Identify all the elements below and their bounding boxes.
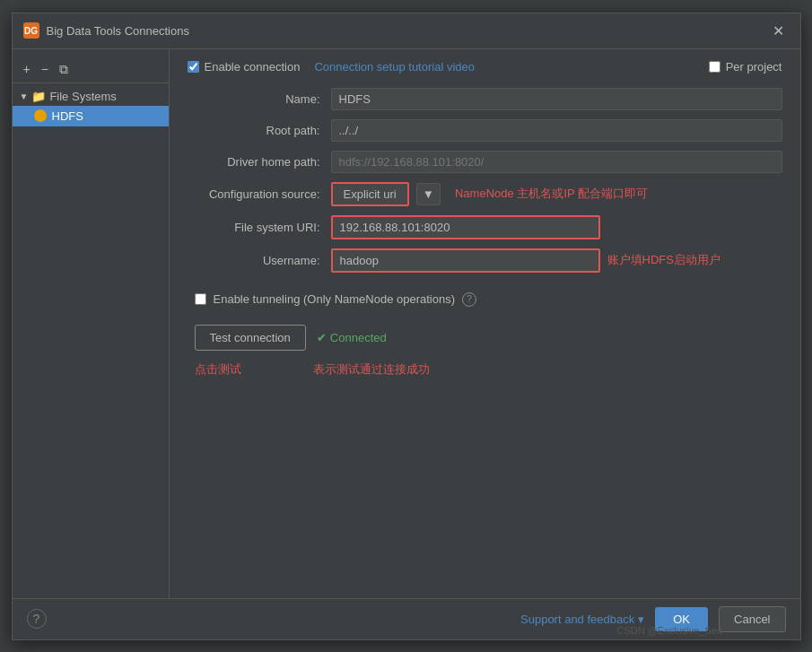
- namenode-annotation: NameNode 主机名或IP 配合端口即可: [455, 186, 648, 202]
- click-annotation: 点击测试: [195, 361, 241, 378]
- connected-status: ✔ Connected: [317, 331, 387, 344]
- title-bar: DG Big Data Tools Connections ✕: [13, 13, 800, 49]
- connection-header: Enable connection Connection setup tutor…: [188, 60, 782, 74]
- result-annotation: 表示测试通过连接成功: [313, 361, 430, 378]
- app-icon: DG: [23, 22, 39, 39]
- tutorial-video-link[interactable]: Connection setup tutorial video: [314, 60, 475, 74]
- add-connection-button[interactable]: +: [20, 60, 34, 78]
- name-row: Name:: [188, 88, 782, 110]
- per-project-checkbox[interactable]: [709, 61, 720, 73]
- root-path-label: Root path:: [188, 124, 331, 137]
- enable-connection-checkbox-label[interactable]: Enable connection: [188, 60, 301, 74]
- config-select-wrapper: Explicit uri ▼ NameNode 主机名或IP 配合端口即可: [331, 182, 648, 206]
- per-project-checkbox-label[interactable]: Per project: [709, 60, 782, 74]
- config-source-label: Configuration source:: [188, 187, 331, 201]
- sidebar-toolbar: + − ⧉: [13, 57, 169, 83]
- hdfs-label: HDFS: [52, 109, 83, 123]
- tunneling-row: Enable tunneling (Only NameNode operatio…: [188, 292, 782, 307]
- root-path-input[interactable]: [331, 119, 782, 142]
- enable-connection-checkbox[interactable]: [188, 61, 199, 73]
- connected-label: Connected: [330, 331, 387, 344]
- dialog-title: Big Data Tools Connections: [47, 24, 189, 38]
- username-annotation-wrapper: 账户填HDFS启动用户: [331, 248, 720, 273]
- test-connection-button[interactable]: Test connection: [195, 325, 306, 351]
- hdfs-item[interactable]: HDFS: [13, 106, 169, 126]
- main-dialog: DG Big Data Tools Connections ✕ + − ⧉ ▼ …: [12, 13, 801, 640]
- config-source-row: Configuration source: Explicit uri ▼ Nam…: [188, 182, 782, 206]
- title-bar-left: DG Big Data Tools Connections: [23, 22, 189, 39]
- help-button[interactable]: ?: [27, 609, 47, 629]
- annotation-row: 点击测试 表示测试通过连接成功: [188, 361, 782, 378]
- username-label: Username:: [188, 254, 331, 267]
- sidebar: + − ⧉ ▼ 📁 File Systems HDFS: [13, 49, 170, 598]
- name-label: Name:: [188, 92, 331, 106]
- copy-connection-button[interactable]: ⧉: [56, 60, 72, 79]
- root-path-row: Root path:: [188, 119, 782, 142]
- main-content: + − ⧉ ▼ 📁 File Systems HDFS Enable conne…: [13, 49, 800, 598]
- checkmark-icon: ✔: [317, 331, 327, 344]
- tunneling-checkbox[interactable]: [195, 293, 206, 305]
- file-system-uri-label: File system URI:: [188, 221, 331, 234]
- tunneling-label: Enable tunneling (Only NameNode operatio…: [214, 292, 456, 306]
- file-system-uri-input[interactable]: [331, 215, 600, 239]
- remove-connection-button[interactable]: −: [38, 60, 52, 78]
- config-dropdown-arrow-button[interactable]: ▼: [416, 183, 441, 205]
- support-feedback-link[interactable]: Support and feedback ▾: [520, 613, 644, 626]
- username-annotation: 账户填HDFS启动用户: [607, 252, 720, 268]
- file-systems-group[interactable]: ▼ 📁 File Systems: [13, 87, 169, 106]
- driver-home-row: Driver home path:: [188, 151, 782, 173]
- uri-annotation-wrapper: [331, 215, 600, 239]
- username-row: Username: 账户填HDFS启动用户: [188, 248, 782, 273]
- file-system-uri-row: File system URI:: [188, 215, 782, 239]
- config-source-button[interactable]: Explicit uri: [331, 182, 409, 206]
- folder-icon: 📁: [31, 90, 46, 103]
- action-row: Test connection ✔ Connected: [188, 325, 782, 351]
- dropdown-arrow-icon: ▾: [638, 613, 644, 626]
- watermark: CSDN @Exclusive_Sea: [616, 625, 722, 636]
- cancel-button[interactable]: Cancel: [719, 606, 785, 632]
- close-button[interactable]: ✕: [767, 21, 790, 41]
- file-systems-label: File Systems: [49, 90, 116, 103]
- right-panel: Enable connection Connection setup tutor…: [170, 49, 800, 598]
- username-input[interactable]: [331, 248, 600, 273]
- hdfs-icon: [34, 109, 47, 122]
- driver-home-input[interactable]: [331, 151, 782, 173]
- name-input[interactable]: [331, 88, 782, 110]
- driver-home-label: Driver home path:: [188, 155, 331, 169]
- tunneling-help-icon[interactable]: ?: [462, 292, 476, 307]
- expand-arrow-icon: ▼: [20, 91, 29, 101]
